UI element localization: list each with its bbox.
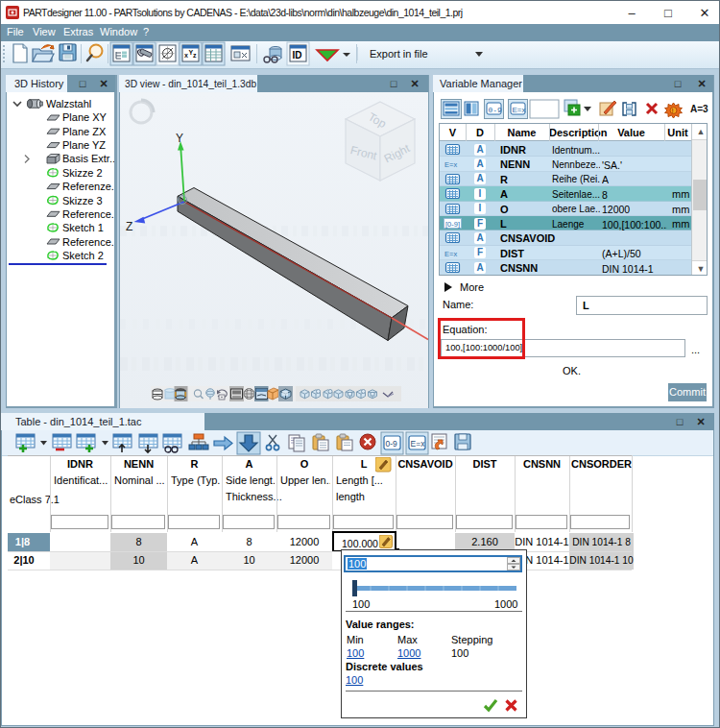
- svg-text:A=3: A=3: [690, 104, 708, 114]
- svg-text:x: x: [184, 52, 188, 59]
- svg-text:Z: Z: [126, 220, 132, 233]
- svg-text:z: z: [193, 52, 197, 59]
- svg-text:0-9: 0-9: [386, 439, 398, 449]
- svg-text:[0-9]: [0-9]: [445, 220, 460, 229]
- svg-text:0-9: 0-9: [489, 106, 503, 114]
- svg-text:ID: ID: [293, 50, 302, 61]
- svg-text:E=x: E=x: [513, 106, 526, 114]
- svg-text:!: !: [672, 107, 674, 115]
- svg-text:E=x: E=x: [411, 439, 426, 449]
- svg-text:E=x: E=x: [444, 250, 457, 258]
- svg-text:Y: Y: [176, 132, 183, 145]
- svg-text:E=x: E=x: [444, 160, 457, 169]
